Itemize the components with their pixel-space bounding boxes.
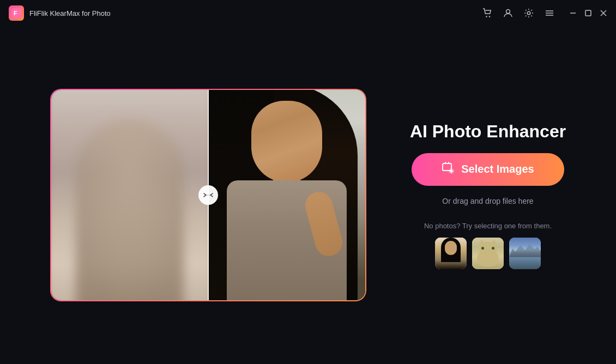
svg-text:F: F <box>14 10 17 16</box>
window-controls <box>569 9 607 17</box>
svg-rect-10 <box>585 10 591 16</box>
image-sharp-side <box>208 90 365 300</box>
right-panel: AI Photo Enhancer Select Images Or drag … <box>410 121 566 269</box>
image-comparison-panel <box>50 89 366 301</box>
cart-icon[interactable] <box>482 8 493 19</box>
sample-image-2[interactable] <box>472 238 504 269</box>
sample-hint-text: No photos? Try selecting one from them. <box>424 222 552 230</box>
menu-icon[interactable] <box>544 8 555 19</box>
svg-point-4 <box>506 10 510 14</box>
minimize-button[interactable] <box>569 9 577 17</box>
sample-images-row <box>435 238 541 269</box>
settings-icon[interactable] <box>523 8 534 19</box>
sample-image-3[interactable] <box>509 238 541 269</box>
svg-point-3 <box>489 16 490 17</box>
close-button[interactable] <box>600 9 607 17</box>
comparison-handle[interactable] <box>198 185 218 205</box>
select-images-button[interactable]: Select Images <box>412 153 564 186</box>
sample-image-1[interactable] <box>435 238 467 269</box>
image-blurred-side <box>50 89 216 301</box>
user-icon[interactable] <box>503 8 514 19</box>
sample-section: No photos? Try selecting one from them. <box>424 222 552 269</box>
maximize-button[interactable] <box>584 9 592 17</box>
svg-point-2 <box>486 16 487 17</box>
titlebar-left: F FliFlik KlearMax for Photo <box>9 5 111 21</box>
titlebar: F FliFlik KlearMax for Photo <box>0 0 616 26</box>
drag-drop-hint: Or drag and drop files here <box>442 197 533 205</box>
app-logo: F <box>9 5 24 21</box>
titlebar-right <box>482 8 607 19</box>
select-btn-icon <box>442 161 455 177</box>
feature-title: AI Photo Enhancer <box>410 121 566 142</box>
select-images-label: Select Images <box>461 163 534 175</box>
app-title-text: FliFlik KlearMax for Photo <box>29 9 111 17</box>
main-content: AI Photo Enhancer Select Images Or drag … <box>0 26 616 364</box>
svg-point-5 <box>527 11 530 15</box>
